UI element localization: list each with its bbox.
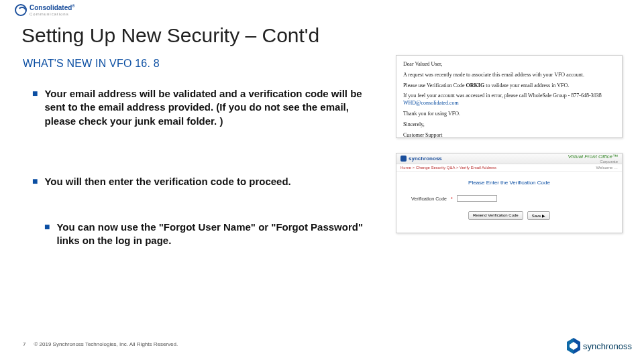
page-title: Setting Up New Security – Cont'd — [21, 24, 319, 47]
brand-reg: ® — [72, 4, 74, 8]
bullet-text: Your email address will be validated and… — [44, 87, 381, 128]
vfo-field-row: Verification Code * — [411, 195, 615, 202]
bullet-icon: ■ — [44, 221, 50, 248]
email-paragraph: If you feel your account was accessed in… — [403, 93, 615, 107]
vfo-body: Please Enter the Verification Code Verif… — [396, 172, 622, 224]
bullet-item: ■ You can now use the "Forgot User Name"… — [44, 221, 381, 248]
email-greeting: Dear Valued User, — [403, 61, 615, 68]
email-sign: Sincerely, — [403, 121, 615, 129]
resend-code-button[interactable]: Resend Verification Code — [468, 211, 523, 220]
email-paragraph: Thank you for using VFO. — [403, 111, 615, 118]
brand-text: Consolidated® Communications — [30, 4, 75, 15]
brand-top: Consolidated — [30, 5, 72, 12]
email-link: WHD@consolidated.com — [403, 100, 459, 106]
bullet-text: You will then enter the verification cod… — [44, 175, 290, 188]
vfo-prompt: Please Enter the Verification Code — [403, 180, 615, 186]
vfo-buttons: Resend Verification Code Save ▶ — [403, 211, 615, 220]
synchronoss-icon — [567, 338, 580, 354]
email-paragraph: Please use Verification Code ORKIG to va… — [403, 82, 615, 90]
svg-marker-1 — [567, 338, 574, 354]
verification-code-input[interactable] — [457, 195, 497, 202]
vfo-brand: synchronoss — [400, 156, 442, 162]
page-number: 7 — [23, 341, 25, 347]
email-screenshot: Dear Valued User, A request was recently… — [396, 55, 623, 138]
required-star: * — [451, 196, 453, 201]
brand-swirl-icon — [15, 4, 27, 16]
vfo-screenshot: synchronoss Virtual Front Office™ Corpor… — [396, 153, 623, 233]
vfo-field-label: Verification Code — [411, 196, 447, 201]
brand-sub: Communications — [30, 12, 75, 16]
svg-marker-0 — [574, 338, 580, 354]
vfo-header: synchronoss Virtual Front Office™ Corpor… — [396, 154, 622, 164]
synchronoss-logo: synchronoss — [567, 338, 632, 354]
bullet-icon: ■ — [32, 175, 38, 188]
page-subtitle: WHAT'S NEW IN VFO 16. 8 — [23, 58, 160, 70]
bullet-item: ■ You will then enter the verification c… — [32, 175, 381, 188]
bullet-icon: ■ — [32, 87, 38, 128]
synchronoss-text: synchronoss — [583, 341, 632, 351]
save-button[interactable]: Save ▶ — [527, 211, 550, 220]
email-paragraph: A request was recently made to associate… — [403, 72, 615, 79]
bullet-text: You can now use the "Forgot User Name" o… — [56, 221, 381, 248]
brand-logo: Consolidated® Communications — [15, 4, 75, 16]
email-sign: Customer Support — [403, 132, 615, 139]
vfo-brand-icon — [400, 156, 407, 162]
bullet-list: ■ Your email address will be validated a… — [32, 87, 381, 248]
copyright: © 2019 Synchronoss Technologies, Inc. Al… — [34, 341, 178, 347]
vfo-product: Virtual Front Office™ Corporate — [568, 154, 618, 164]
footer: 7 © 2019 Synchronoss Technologies, Inc. … — [23, 341, 178, 347]
bullet-item: ■ Your email address will be validated a… — [32, 87, 381, 128]
vfo-breadcrumb: Home > Change Security Q&A > Verify Emai… — [396, 164, 622, 172]
